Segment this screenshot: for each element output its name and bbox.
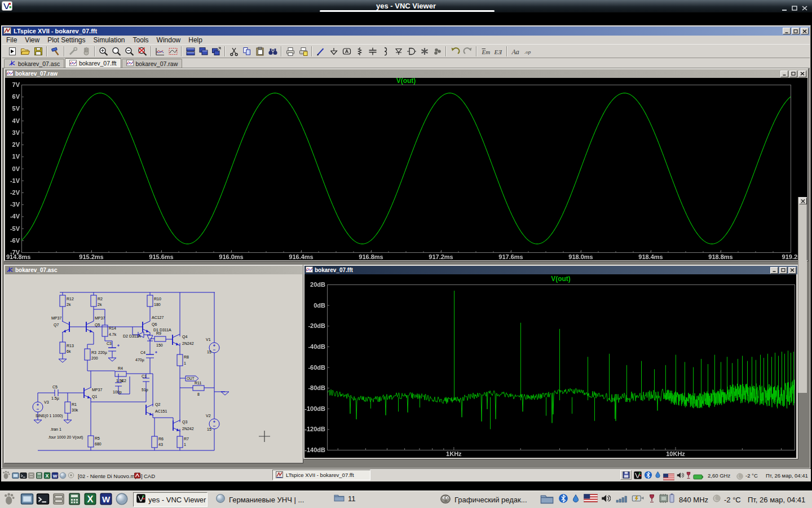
zoom-in-button[interactable]	[97, 46, 110, 57]
menu-help[interactable]: Help	[184, 36, 206, 44]
undo-button[interactable]	[448, 46, 461, 57]
diode-button[interactable]	[392, 46, 405, 57]
ltspice-minimize-button[interactable]	[783, 28, 791, 34]
inductor-button[interactable]	[379, 46, 392, 57]
raw-window-close-button[interactable]	[798, 71, 806, 77]
menu-view[interactable]: View	[21, 36, 43, 44]
print-preview-button[interactable]	[297, 46, 310, 57]
cascade-windows-button[interactable]	[197, 46, 210, 57]
local-task-folder[interactable]: 11	[334, 493, 356, 504]
vnc-close-button[interactable]	[801, 3, 809, 10]
local-start-menu-icon[interactable]	[3, 492, 16, 508]
remote-launcher-terminal-icon[interactable]	[20, 471, 27, 481]
remote-tray-bluetooth-icon[interactable]	[644, 471, 652, 481]
run-button[interactable]	[67, 46, 80, 57]
remote-task-ltspice[interactable]: LTspice XVII - bokarev_07.fft	[272, 470, 370, 480]
fft-window-minimize-button[interactable]	[770, 267, 778, 274]
raw-window-minimize-button[interactable]	[780, 71, 788, 77]
open-button[interactable]	[19, 46, 32, 57]
resistor-button[interactable]	[353, 46, 366, 57]
fft-window-close-button[interactable]	[788, 267, 796, 274]
remote-tray-keyboard-layout-icon[interactable]	[663, 472, 674, 483]
vnc-toolbar-handle[interactable]	[320, 10, 495, 12]
copy-button[interactable]	[240, 46, 253, 57]
local-task-browser[interactable]: Германиевые УНЧ | ...	[215, 493, 304, 506]
raw-window-maximize-button[interactable]	[789, 71, 797, 77]
local-tray-volume-icon[interactable]	[601, 493, 611, 506]
mdi-close-icon[interactable]	[799, 198, 807, 204]
local-launcher-globe-icon[interactable]	[115, 492, 129, 508]
local-launcher-screenshot-icon[interactable]	[20, 492, 34, 508]
remote-tray-vnc-icon[interactable]	[634, 471, 642, 481]
paste-button[interactable]	[253, 46, 266, 57]
autorange-button[interactable]	[153, 46, 166, 57]
label-net-button[interactable]	[340, 46, 353, 57]
local-tray-folder-icon[interactable]	[540, 493, 554, 506]
local-launcher-excel-icon[interactable]: X	[83, 492, 97, 508]
redo-button[interactable]	[461, 46, 474, 57]
raw-window-titlebar[interactable]: bokarev_07.raw	[5, 69, 807, 78]
menu-window[interactable]: Window	[153, 36, 185, 44]
local-task-gimp[interactable]: Графический редак...	[440, 493, 527, 506]
ltspice-titlebar[interactable]: LTspice XVII - bokarev_07.fft	[2, 27, 810, 36]
zoom-out-button[interactable]	[123, 46, 136, 57]
move-button[interactable]	[418, 46, 431, 57]
component-button[interactable]	[405, 46, 418, 57]
cut-button[interactable]	[227, 46, 240, 57]
local-launcher-file-manager-icon[interactable]	[52, 492, 65, 508]
zoom-pan-button[interactable]	[110, 46, 123, 57]
save-button[interactable]	[32, 46, 45, 57]
vnc-minimize-button[interactable]	[781, 3, 789, 10]
mirror-button[interactable]: Em	[479, 46, 492, 57]
remote-tray-droplet-icon[interactable]	[654, 471, 661, 481]
local-launcher-word-icon[interactable]: W	[99, 492, 113, 508]
control-panel-button[interactable]	[49, 46, 62, 57]
remote-task-cad[interactable]: CAD	[134, 471, 155, 481]
remote-launcher-word-icon[interactable]: W	[51, 471, 59, 481]
local-launcher-terminal-icon[interactable]	[36, 492, 50, 508]
local-tray-battery-icon[interactable]	[632, 494, 645, 505]
waveform-plot[interactable]	[5, 78, 807, 260]
remote-launcher-globe-icon[interactable]	[59, 471, 67, 481]
tile-windows-button[interactable]	[184, 46, 197, 57]
local-tray-droplet-icon[interactable]	[571, 493, 580, 506]
find-button[interactable]	[266, 46, 279, 57]
wire-button[interactable]	[314, 46, 327, 57]
schematic-canvas[interactable]: OUTR122kR22kR10180MP37Q7MP37Q5AC127Q6R14…	[5, 274, 302, 462]
local-tray-weather-icon[interactable]	[713, 494, 721, 505]
remote-tray-weather-icon[interactable]	[736, 472, 743, 482]
local-tray-cpu-icon[interactable]	[659, 493, 676, 506]
ltspice-maximize-button[interactable]	[792, 28, 800, 34]
local-tray-bluetooth-icon[interactable]	[558, 493, 568, 506]
local-tray-keyboard-layout-icon[interactable]	[584, 494, 598, 505]
menu-tools[interactable]: Tools	[129, 36, 153, 44]
remote-tray-volume-icon[interactable]	[676, 471, 684, 481]
capacitor-button[interactable]	[366, 46, 379, 57]
asc-window-titlebar[interactable]: bokarev_07.asc	[5, 266, 302, 274]
vnc-maximize-button[interactable]	[791, 3, 799, 10]
remote-launcher-file-manager-icon[interactable]	[28, 471, 35, 481]
remote-start-menu-icon[interactable]	[2, 470, 11, 482]
tab-bokarev_07-fft[interactable]: bokarev_07.fft	[65, 58, 121, 68]
remote-launcher-screenshot-icon[interactable]	[12, 471, 19, 481]
remote-task-music[interactable]: [02 - Niente Di Nuovo.mp3]	[68, 471, 143, 481]
local-task-vnc[interactable]: yes - VNC Viewer	[133, 492, 208, 507]
spice-directive-button[interactable]: .op	[522, 46, 535, 57]
menu-file[interactable]: File	[2, 36, 21, 44]
mdi-scroll-strip[interactable]	[798, 197, 807, 393]
remote-tray-floppy-icon[interactable]	[620, 470, 632, 481]
tab-bokarev_07-raw[interactable]: bokarev_07.raw	[122, 59, 183, 68]
remote-launcher-calculator-icon[interactable]	[36, 471, 43, 481]
remote-tray-wine-icon[interactable]	[686, 471, 691, 481]
local-launcher-calculator-icon[interactable]	[68, 492, 81, 508]
drag-button[interactable]	[431, 46, 444, 57]
rotate-button[interactable]: EƎ	[492, 46, 505, 57]
tab-bokarev_07-asc[interactable]: bokarev_07.asc	[4, 59, 64, 68]
print-button[interactable]	[284, 46, 297, 57]
fft-window-titlebar[interactable]: bokarev_07.fft	[304, 266, 797, 274]
local-tray-signal-icon[interactable]	[616, 495, 628, 505]
remote-launcher-excel-icon[interactable]: X	[43, 471, 51, 481]
plot-settings-button[interactable]	[166, 46, 179, 57]
fft-plot[interactable]	[304, 274, 796, 458]
text-tool-button[interactable]: Aa	[509, 46, 522, 57]
